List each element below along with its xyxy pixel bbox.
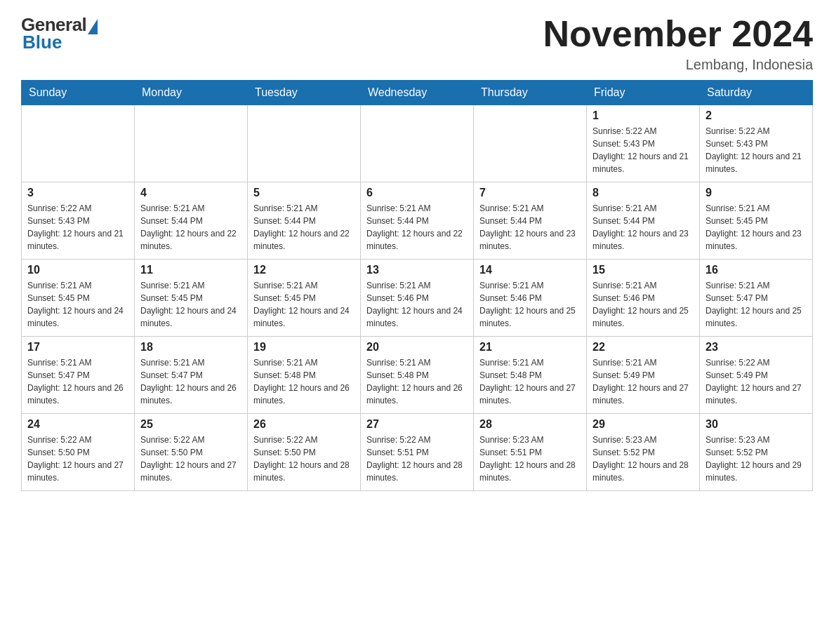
day-number: 27 xyxy=(366,418,468,431)
weekday-header-saturday: Saturday xyxy=(700,81,813,105)
week-row-4: 17Sunrise: 5:21 AMSunset: 5:47 PMDayligh… xyxy=(22,337,813,414)
calendar-title: November 2024 xyxy=(543,14,813,54)
calendar-cell xyxy=(248,105,361,182)
day-info: Sunrise: 5:21 AMSunset: 5:45 PMDaylight:… xyxy=(253,279,355,330)
day-number: 30 xyxy=(706,418,807,431)
calendar-cell: 21Sunrise: 5:21 AMSunset: 5:48 PMDayligh… xyxy=(474,337,587,414)
day-number: 4 xyxy=(140,187,241,199)
calendar-cell: 11Sunrise: 5:21 AMSunset: 5:45 PMDayligh… xyxy=(135,260,248,337)
calendar-cell: 3Sunrise: 5:22 AMSunset: 5:43 PMDaylight… xyxy=(22,182,135,260)
day-number: 26 xyxy=(253,418,355,431)
calendar-cell: 23Sunrise: 5:22 AMSunset: 5:49 PMDayligh… xyxy=(700,337,813,414)
day-number: 28 xyxy=(479,418,581,431)
day-number: 24 xyxy=(27,418,128,431)
logo-triangle-icon xyxy=(88,19,98,34)
calendar-cell: 13Sunrise: 5:21 AMSunset: 5:46 PMDayligh… xyxy=(361,260,474,337)
day-info: Sunrise: 5:23 AMSunset: 5:51 PMDaylight:… xyxy=(479,434,581,484)
calendar-cell: 27Sunrise: 5:22 AMSunset: 5:51 PMDayligh… xyxy=(361,414,474,491)
weekday-header-wednesday: Wednesday xyxy=(361,81,474,105)
day-info: Sunrise: 5:22 AMSunset: 5:43 PMDaylight:… xyxy=(706,125,807,175)
weekday-header-sunday: Sunday xyxy=(22,81,135,105)
calendar-cell: 1Sunrise: 5:22 AMSunset: 5:43 PMDaylight… xyxy=(587,105,700,182)
day-number: 20 xyxy=(366,341,468,354)
calendar-cell: 4Sunrise: 5:21 AMSunset: 5:44 PMDaylight… xyxy=(135,182,248,260)
calendar-cell: 26Sunrise: 5:22 AMSunset: 5:50 PMDayligh… xyxy=(248,414,361,491)
calendar-cell: 14Sunrise: 5:21 AMSunset: 5:46 PMDayligh… xyxy=(474,260,587,337)
day-info: Sunrise: 5:21 AMSunset: 5:46 PMDaylight:… xyxy=(479,279,581,330)
week-row-1: 1Sunrise: 5:22 AMSunset: 5:43 PMDaylight… xyxy=(22,105,813,182)
day-info: Sunrise: 5:22 AMSunset: 5:50 PMDaylight:… xyxy=(140,434,241,484)
calendar-cell: 24Sunrise: 5:22 AMSunset: 5:50 PMDayligh… xyxy=(22,414,135,491)
day-number: 18 xyxy=(140,341,241,354)
day-info: Sunrise: 5:21 AMSunset: 5:49 PMDaylight:… xyxy=(593,356,694,407)
calendar-cell: 7Sunrise: 5:21 AMSunset: 5:44 PMDaylight… xyxy=(474,182,587,260)
day-number: 6 xyxy=(366,187,468,199)
calendar-cell xyxy=(474,105,587,182)
day-info: Sunrise: 5:21 AMSunset: 5:46 PMDaylight:… xyxy=(593,279,694,330)
calendar-cell: 20Sunrise: 5:21 AMSunset: 5:48 PMDayligh… xyxy=(361,337,474,414)
calendar-cell xyxy=(135,105,248,182)
day-info: Sunrise: 5:22 AMSunset: 5:50 PMDaylight:… xyxy=(253,434,355,484)
logo: General Blue xyxy=(21,14,98,53)
calendar-cell: 9Sunrise: 5:21 AMSunset: 5:45 PMDaylight… xyxy=(700,182,813,260)
day-info: Sunrise: 5:22 AMSunset: 5:43 PMDaylight:… xyxy=(27,202,128,253)
calendar-cell: 28Sunrise: 5:23 AMSunset: 5:51 PMDayligh… xyxy=(474,414,587,491)
day-info: Sunrise: 5:23 AMSunset: 5:52 PMDaylight:… xyxy=(706,434,807,484)
day-number: 16 xyxy=(706,264,807,276)
day-info: Sunrise: 5:21 AMSunset: 5:47 PMDaylight:… xyxy=(140,356,241,407)
day-number: 17 xyxy=(27,341,128,354)
week-row-2: 3Sunrise: 5:22 AMSunset: 5:43 PMDaylight… xyxy=(22,182,813,260)
page-header: General Blue November 2024 Lembang, Indo… xyxy=(21,14,813,73)
calendar-cell: 5Sunrise: 5:21 AMSunset: 5:44 PMDaylight… xyxy=(248,182,361,260)
day-number: 11 xyxy=(140,264,241,276)
day-info: Sunrise: 5:21 AMSunset: 5:48 PMDaylight:… xyxy=(253,356,355,407)
weekday-header-tuesday: Tuesday xyxy=(248,81,361,105)
day-info: Sunrise: 5:21 AMSunset: 5:44 PMDaylight:… xyxy=(593,202,694,253)
day-number: 9 xyxy=(706,187,807,199)
day-number: 21 xyxy=(479,341,581,354)
day-number: 8 xyxy=(593,187,694,199)
day-info: Sunrise: 5:21 AMSunset: 5:48 PMDaylight:… xyxy=(366,356,468,407)
calendar-cell: 30Sunrise: 5:23 AMSunset: 5:52 PMDayligh… xyxy=(700,414,813,491)
day-number: 23 xyxy=(706,341,807,354)
calendar-cell: 17Sunrise: 5:21 AMSunset: 5:47 PMDayligh… xyxy=(22,337,135,414)
calendar-cell: 19Sunrise: 5:21 AMSunset: 5:48 PMDayligh… xyxy=(248,337,361,414)
day-number: 14 xyxy=(479,264,581,276)
day-number: 3 xyxy=(27,187,128,199)
day-number: 12 xyxy=(253,264,355,276)
calendar-cell xyxy=(22,105,135,182)
day-info: Sunrise: 5:21 AMSunset: 5:45 PMDaylight:… xyxy=(27,279,128,330)
day-number: 19 xyxy=(253,341,355,354)
week-row-3: 10Sunrise: 5:21 AMSunset: 5:45 PMDayligh… xyxy=(22,260,813,337)
calendar-cell: 10Sunrise: 5:21 AMSunset: 5:45 PMDayligh… xyxy=(22,260,135,337)
calendar-cell: 22Sunrise: 5:21 AMSunset: 5:49 PMDayligh… xyxy=(587,337,700,414)
day-info: Sunrise: 5:21 AMSunset: 5:45 PMDaylight:… xyxy=(140,279,241,330)
weekday-header-thursday: Thursday xyxy=(474,81,587,105)
day-info: Sunrise: 5:21 AMSunset: 5:47 PMDaylight:… xyxy=(27,356,128,407)
day-info: Sunrise: 5:22 AMSunset: 5:50 PMDaylight:… xyxy=(27,434,128,484)
weekday-header-row: SundayMondayTuesdayWednesdayThursdayFrid… xyxy=(22,81,813,105)
day-number: 7 xyxy=(479,187,581,199)
calendar-cell: 25Sunrise: 5:22 AMSunset: 5:50 PMDayligh… xyxy=(135,414,248,491)
calendar-cell: 29Sunrise: 5:23 AMSunset: 5:52 PMDayligh… xyxy=(587,414,700,491)
day-number: 29 xyxy=(593,418,694,431)
weekday-header-monday: Monday xyxy=(135,81,248,105)
calendar-cell: 2Sunrise: 5:22 AMSunset: 5:43 PMDaylight… xyxy=(700,105,813,182)
calendar-cell: 6Sunrise: 5:21 AMSunset: 5:44 PMDaylight… xyxy=(361,182,474,260)
day-number: 2 xyxy=(706,109,807,122)
day-info: Sunrise: 5:21 AMSunset: 5:45 PMDaylight:… xyxy=(706,202,807,253)
day-number: 10 xyxy=(27,264,128,276)
day-info: Sunrise: 5:21 AMSunset: 5:44 PMDaylight:… xyxy=(253,202,355,253)
day-info: Sunrise: 5:22 AMSunset: 5:51 PMDaylight:… xyxy=(366,434,468,484)
calendar-cell: 18Sunrise: 5:21 AMSunset: 5:47 PMDayligh… xyxy=(135,337,248,414)
day-info: Sunrise: 5:22 AMSunset: 5:43 PMDaylight:… xyxy=(593,125,694,175)
day-number: 1 xyxy=(593,109,694,122)
day-number: 5 xyxy=(253,187,355,199)
calendar-table: SundayMondayTuesdayWednesdayThursdayFrid… xyxy=(21,80,813,491)
day-number: 15 xyxy=(593,264,694,276)
day-info: Sunrise: 5:21 AMSunset: 5:44 PMDaylight:… xyxy=(140,202,241,253)
calendar-subtitle: Lembang, Indonesia xyxy=(543,57,813,73)
calendar-cell: 16Sunrise: 5:21 AMSunset: 5:47 PMDayligh… xyxy=(700,260,813,337)
day-number: 25 xyxy=(140,418,241,431)
calendar-cell: 15Sunrise: 5:21 AMSunset: 5:46 PMDayligh… xyxy=(587,260,700,337)
